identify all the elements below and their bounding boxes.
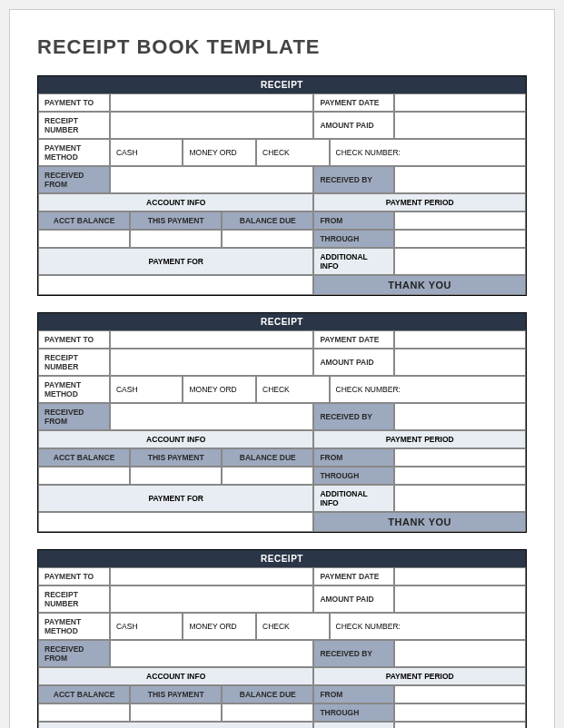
value-receipt-number[interactable] (110, 585, 314, 613)
value-this-payment[interactable] (130, 467, 222, 485)
value-received-by[interactable] (394, 640, 526, 667)
value-payment-date[interactable] (394, 93, 526, 112)
value-additional-info[interactable] (394, 722, 526, 728)
label-balance-due: BALANCE DUE (222, 212, 313, 230)
value-payment-for[interactable] (38, 275, 313, 295)
label-additional-info: ADDITIONAL INFO (313, 485, 394, 512)
label-receipt-number: RECEIPT NUMBER (38, 585, 110, 613)
label-amount-paid: AMOUNT PAID (313, 349, 394, 376)
header-payment-for: PAYMENT FOR (38, 248, 313, 275)
value-payment-for[interactable] (38, 512, 313, 532)
label-this-payment: THIS PAYMENT (130, 685, 222, 703)
option-money-ord[interactable]: MONEY ORD (183, 139, 256, 166)
label-additional-info: ADDITIONAL INFO (313, 248, 394, 275)
value-payment-to[interactable] (110, 567, 314, 585)
value-receipt-number[interactable] (110, 349, 314, 376)
option-check[interactable]: CHECK (256, 376, 330, 403)
receipt-block: RECEIPT PAYMENT TO PAYMENT DATE RECEIPT … (37, 549, 527, 728)
label-from: FROM (313, 685, 394, 703)
label-payment-date: PAYMENT DATE (313, 330, 394, 349)
value-payment-date[interactable] (394, 330, 526, 349)
option-check[interactable]: CHECK (256, 139, 330, 166)
receipt-block: RECEIPT PAYMENT TO PAYMENT DATE RECEIPT … (37, 312, 527, 533)
option-cash[interactable]: CASH (110, 139, 183, 166)
label-through: THROUGH (313, 703, 394, 722)
label-received-by: RECEIVED BY (313, 166, 394, 193)
thank-you: THANK YOU (313, 512, 526, 532)
value-acct-balance[interactable] (38, 467, 130, 485)
option-check[interactable]: CHECK (256, 613, 330, 640)
value-balance-due[interactable] (222, 467, 313, 485)
label-from: FROM (313, 448, 394, 467)
label-payment-date: PAYMENT DATE (313, 567, 394, 585)
label-through: THROUGH (313, 230, 394, 248)
value-balance-due[interactable] (222, 703, 313, 722)
label-balance-due: BALANCE DUE (222, 448, 313, 467)
value-received-from[interactable] (110, 640, 314, 667)
label-payment-method: PAYMENT METHOD (38, 139, 110, 166)
value-from[interactable] (394, 685, 526, 703)
value-this-payment[interactable] (130, 230, 222, 248)
value-payment-to[interactable] (110, 330, 314, 349)
value-acct-balance[interactable] (38, 703, 130, 722)
value-acct-balance[interactable] (38, 230, 130, 248)
label-acct-balance: ACCT BALANCE (38, 448, 130, 467)
page-title: RECEIPT BOOK TEMPLATE (37, 35, 527, 59)
label-received-from: RECEIVED FROM (38, 166, 110, 193)
value-amount-paid[interactable] (394, 349, 526, 376)
label-additional-info: ADDITIONAL INFO (313, 722, 394, 728)
label-check-number[interactable]: CHECK NUMBER: (330, 613, 526, 640)
header-payment-period: PAYMENT PERIOD (313, 430, 526, 448)
value-received-by[interactable] (394, 403, 526, 430)
value-from[interactable] (394, 212, 526, 230)
label-received-from: RECEIVED FROM (38, 403, 110, 430)
value-received-by[interactable] (394, 166, 526, 193)
value-received-from[interactable] (110, 166, 314, 193)
value-amount-paid[interactable] (394, 585, 526, 613)
label-payment-method: PAYMENT METHOD (38, 376, 110, 403)
option-cash[interactable]: CASH (110, 376, 183, 403)
label-received-by: RECEIVED BY (313, 403, 394, 430)
label-receipt-number: RECEIPT NUMBER (38, 112, 110, 139)
receipt-header: RECEIPT (38, 76, 526, 93)
label-payment-to: PAYMENT TO (38, 93, 110, 112)
value-from[interactable] (394, 448, 526, 467)
value-payment-date[interactable] (394, 567, 526, 585)
label-payment-method: PAYMENT METHOD (38, 613, 110, 640)
label-payment-to: PAYMENT TO (38, 330, 110, 349)
header-account-info: ACCOUNT INFO (38, 430, 313, 448)
header-payment-for: PAYMENT FOR (38, 485, 313, 512)
value-amount-paid[interactable] (394, 112, 526, 139)
label-amount-paid: AMOUNT PAID (313, 585, 394, 613)
header-payment-period: PAYMENT PERIOD (313, 667, 526, 685)
value-balance-due[interactable] (222, 230, 313, 248)
label-check-number[interactable]: CHECK NUMBER: (330, 376, 526, 403)
label-from: FROM (313, 212, 394, 230)
label-balance-due: BALANCE DUE (222, 685, 313, 703)
label-receipt-number: RECEIPT NUMBER (38, 349, 110, 376)
option-cash[interactable]: CASH (110, 613, 183, 640)
thank-you: THANK YOU (313, 275, 526, 295)
label-received-from: RECEIVED FROM (38, 640, 110, 667)
value-receipt-number[interactable] (110, 112, 314, 139)
label-payment-to: PAYMENT TO (38, 567, 110, 585)
value-received-from[interactable] (110, 403, 314, 430)
value-through[interactable] (394, 467, 526, 485)
value-additional-info[interactable] (394, 485, 526, 512)
label-amount-paid: AMOUNT PAID (313, 112, 394, 139)
value-additional-info[interactable] (394, 248, 526, 275)
label-check-number[interactable]: CHECK NUMBER: (330, 139, 526, 166)
value-through[interactable] (394, 703, 526, 722)
label-payment-date: PAYMENT DATE (313, 93, 394, 112)
option-money-ord[interactable]: MONEY ORD (183, 613, 256, 640)
option-money-ord[interactable]: MONEY ORD (183, 376, 256, 403)
label-acct-balance: ACCT BALANCE (38, 685, 130, 703)
header-account-info: ACCOUNT INFO (38, 667, 313, 685)
value-this-payment[interactable] (130, 703, 222, 722)
label-acct-balance: ACCT BALANCE (38, 212, 130, 230)
value-payment-to[interactable] (110, 93, 314, 112)
header-account-info: ACCOUNT INFO (38, 193, 313, 212)
value-through[interactable] (394, 230, 526, 248)
receipt-header: RECEIPT (38, 313, 526, 330)
document-page: RECEIPT BOOK TEMPLATE RECEIPT PAYMENT TO… (9, 9, 555, 728)
